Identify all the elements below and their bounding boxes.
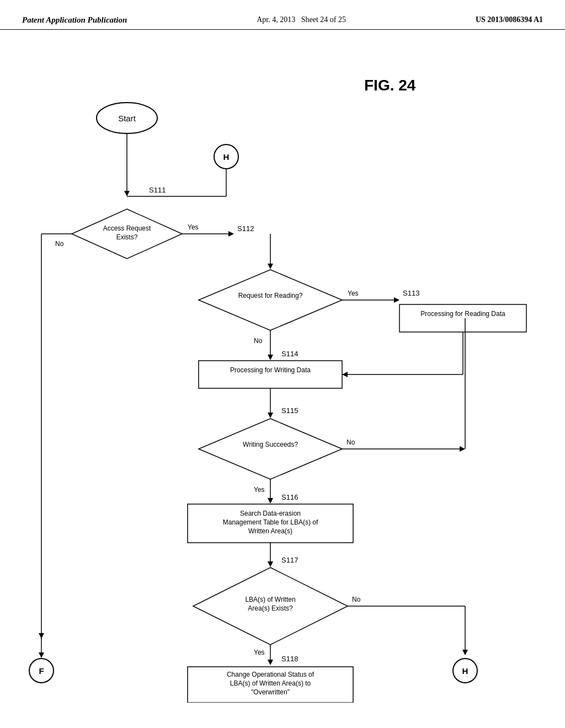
box-writing — [199, 361, 342, 388]
arrow-head-11 — [462, 650, 468, 655]
arrow-head-1 — [124, 191, 130, 196]
box-search-line2: Management Table for LBA(s) of — [223, 518, 318, 526]
decision3-text: Writing Succeeds? — [243, 441, 298, 448]
no2-label: No — [254, 337, 263, 345]
arrow-head-5 — [268, 355, 273, 360]
box-reading-line1: Processing for Reading Data — [420, 310, 505, 318]
arrow-head-F — [39, 652, 44, 658]
H-top-label: H — [223, 152, 230, 162]
flowchart-svg: FIG. 24 Start H S111 Access Request Exis… — [0, 30, 565, 703]
no4-label: No — [352, 596, 361, 603]
s117-label: S117 — [281, 556, 298, 564]
H-bottom-label: H — [462, 666, 468, 676]
s113-label: S113 — [403, 289, 419, 297]
date-sheet-label: Apr. 4, 2013 Sheet 24 of 25 — [257, 15, 346, 24]
F-label: F — [39, 666, 44, 676]
yes4-label: Yes — [254, 649, 265, 656]
arrow-head-6 — [342, 372, 348, 377]
box-change-line1: Change Operational Status of — [227, 671, 315, 678]
decision3-node — [199, 419, 342, 479]
flowchart-diagram: FIG. 24 Start H S111 Access Request Exis… — [0, 30, 565, 703]
page-header: Patent Application Publication Apr. 4, 2… — [0, 0, 565, 30]
s114-label: S114 — [281, 350, 298, 358]
decision4-line1: LBA(s) of Written — [245, 596, 295, 603]
yes1-label: Yes — [188, 223, 199, 231]
decision1-line1: Access Request — [103, 224, 151, 232]
box-search-line3: Written Area(s) — [248, 527, 292, 535]
patent-number-label: US 2013/0086394 A1 — [476, 15, 543, 24]
box-writing-line1: Processing for Writing Data — [230, 366, 311, 374]
no1-label: No — [55, 240, 64, 248]
decision1-line2: Exists? — [116, 233, 138, 241]
s118-label: S118 — [281, 655, 298, 663]
s111-label: S111 — [149, 186, 166, 194]
sheet-label: Sheet 24 of 25 — [301, 15, 346, 24]
arrow-head-3 — [268, 264, 273, 269]
decision4-line2: Area(s) Exists? — [248, 604, 293, 612]
box-search-line1: Search Data-erasion — [240, 510, 301, 517]
arrow-head-10 — [268, 561, 273, 567]
arrow-head-12 — [268, 660, 273, 665]
s115-label: S115 — [281, 406, 298, 415]
arrow-head-7 — [268, 413, 273, 418]
publication-label: Patent Application Publication — [22, 15, 127, 25]
yes2-label: Yes — [348, 290, 359, 297]
date-label: Apr. 4, 2013 — [257, 15, 295, 24]
no3-label: No — [347, 438, 355, 446]
arrow-head-2 — [228, 231, 234, 237]
arrow-head-8 — [460, 446, 465, 452]
arrow-head-4 — [394, 297, 399, 303]
decision2-node — [199, 270, 342, 330]
s116-label: S116 — [281, 493, 298, 501]
yes3-label: Yes — [254, 486, 265, 494]
start-label: Start — [118, 114, 136, 123]
box-change-line2: LBA(s) of Written Area(s) to — [230, 679, 311, 687]
fig-label: FIG. 24 — [364, 77, 416, 94]
box-change-line3: "Overwritten" — [251, 688, 290, 696]
decision2-text: Request for Reading? — [238, 292, 303, 299]
s112-label: S112 — [237, 224, 254, 233]
arrow-head-9 — [268, 498, 273, 504]
box-reading — [399, 304, 526, 332]
